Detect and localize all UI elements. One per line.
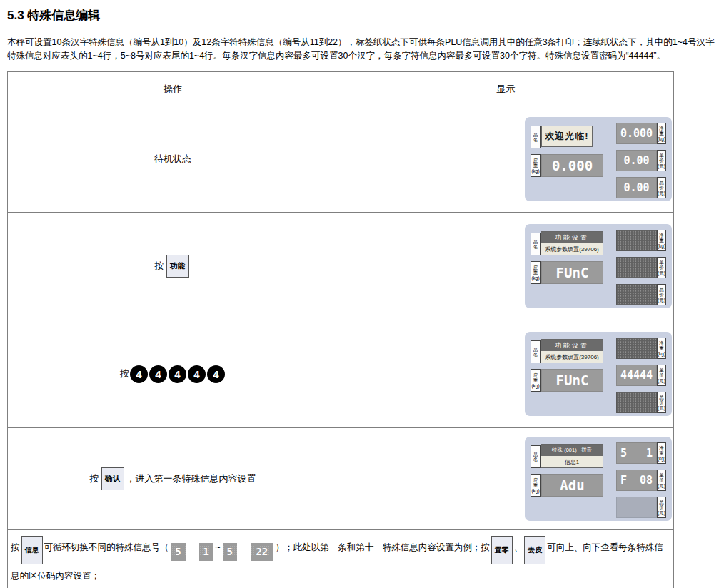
section-title: 5.3 特殊信息编辑 [7,7,724,24]
tare-display: 0.000 [541,154,603,177]
label-unit: (kg) [531,275,539,281]
net-weight-display: 0.000 [616,123,657,144]
manual-page: 5.3 特殊信息编辑 本秤可设置10条汉字特殊信息（编号从1到10）及12条字符… [0,0,724,588]
label-char: 总 [659,500,664,505]
tare-display: FUnC [541,261,603,284]
label-char: 品 [533,132,538,138]
label-unit: (kg) [531,383,539,389]
total-price-display-blank [616,497,657,518]
label-unit: (元) [658,298,665,303]
digit-4-key[interactable]: 4 [207,365,225,383]
total-price-label: 总 价 (元) [657,497,666,518]
operation-cell-standby: 待机状态 [8,106,338,212]
label-char: 品 [533,452,538,457]
label-char: 单 [659,368,664,373]
scale-display-panel: 品 名 功能设置 系统参数设置(39706) 皮 重 (kg) FUnC [525,224,672,308]
label-char: 名 [533,244,538,250]
label-char: 净 [659,340,664,346]
tare-label: 皮 重 (kg) [531,369,541,392]
operation-cell-44444: 按 4 4 4 4 4 [8,320,338,427]
display-cell: 品 名 功能设置 系统参数设置(39706) 皮 重 (kg) FUnC [338,320,673,427]
tare-label: 皮 重 (kg) [531,474,541,497]
operation-text: 待机状态 [154,153,191,166]
label-char: 价 [659,265,664,270]
label-char: 价 [659,400,664,405]
label-char: 皮 [533,265,538,270]
digit-4-key[interactable]: 4 [149,365,167,383]
label-unit: (kg) [658,243,665,249]
name-lcd: 欢迎光临! [541,126,593,147]
unit-price-label: 单 价 (元) [657,257,666,278]
info-key-button[interactable]: 信息 [21,536,43,564]
label-char: 重 [533,482,538,488]
label-unit: (元) [658,191,665,196]
tare-key-button[interactable]: 去皮 [524,536,545,564]
net-weight-label: 净 重 (kg) [657,123,666,144]
operation-display-table: 操作 显示 待机状态 品 名 欢迎光临! 皮 重 (kg) [7,71,674,588]
label-char: 重 [533,377,538,383]
tare-label: 皮 重 (kg) [531,261,541,284]
zero-key-button[interactable]: 置零 [491,536,513,564]
label-char: 皮 [533,477,538,483]
label-char: 名 [533,457,538,462]
col-header-operation: 操作 [8,72,338,106]
table-row: 按 确认 ，进入第一条特殊信息内容设置 品 名 特殊 (001) 拼音 信息1 … [8,427,673,529]
label-char: 单 [659,153,664,158]
func-key-button[interactable]: 功能 [166,255,189,278]
unit-price-display: F 08 [616,470,657,491]
name-lcd: 功能设置 系统参数设置(39706) [541,339,603,363]
total-price-label: 总 价 (元) [657,392,666,413]
name-label: 品 名 [531,126,541,148]
label-char: 价 [659,158,664,163]
lcd-line1: 功能设置 [541,340,603,351]
confirm-key-button[interactable]: 确认 [101,467,124,490]
display-cell: 品 名 特殊 (001) 拼音 信息1 皮 重 (kg) Adu 5 1 [338,428,673,529]
label-char: 皮 [533,372,538,378]
total-price-display: 0.00 [616,177,657,198]
label-unit: (kg) [531,488,539,494]
label-char: 名 [533,352,538,358]
press-text: 按 [155,260,164,273]
operation-suffix-text: ，进入第一条特殊信息内容设置 [126,472,256,485]
scale-display-panel: 品 名 特殊 (001) 拼音 信息1 皮 重 (kg) Adu 5 1 [525,437,672,521]
table-row: 待机状态 品 名 欢迎光临! 皮 重 (kg) 0.000 0.000 [8,106,673,212]
lcd-line2: 信息1 [541,456,603,467]
unit-price-display-blank [616,257,657,278]
unit-price-display: 44444 [616,365,657,386]
label-char: 价 [659,477,664,483]
name-lcd: 功能设置 系统参数设置(39706) [541,231,603,255]
unit-price-label: 单 价 (元) [657,150,666,171]
total-price-display-blank [616,392,657,413]
table-row: 按 4 4 4 4 4 品 名 功能设置 系统参数设置(39706) [8,320,673,427]
tare-display: FUnC [541,369,603,392]
net-weight-display-blank [616,338,657,359]
label-unit: (元) [658,163,665,169]
col-header-display: 显示 [338,72,673,106]
label-char: 价 [659,505,664,510]
press-text: 按 [90,472,99,485]
total-price-label: 总 价 (元) [657,177,666,198]
digit-4-key[interactable]: 4 [188,365,206,383]
name-label: 品 名 [531,233,541,255]
label-unit: (kg) [658,351,665,357]
label-char: 皮 [533,158,538,163]
lcd-line2: 系统参数设置(39706) [541,243,603,255]
label-char: 单 [659,260,664,265]
scale-display-panel: 品 名 功能设置 系统参数设置(39706) 皮 重 (kg) FUnC [525,332,672,416]
segment-tile-1: 1 [199,543,213,561]
digit-4-key[interactable]: 4 [169,365,186,383]
unit-price-label: 单 价 (元) [657,470,666,491]
label-char: 总 [659,287,664,293]
press-text: 按 [11,542,20,552]
press-text: 按 [120,368,129,380]
operation-cell-confirm: 按 确认 ，进入第一条特殊信息内容设置 [8,428,338,529]
digit-4-key[interactable]: 4 [130,365,148,383]
label-char: 品 [533,239,538,245]
label-char: 重 [533,270,538,275]
segment-tile-22: 22 [251,543,273,561]
label-char: 名 [533,137,538,143]
display-cell: 品 名 功能设置 系统参数设置(39706) 皮 重 (kg) FUnC [338,213,673,320]
display-cell: 品 名 欢迎光临! 皮 重 (kg) 0.000 0.000 净 重 (kg) [338,106,673,212]
label-unit: (元) [658,510,665,516]
label-char: 单 [659,472,664,478]
